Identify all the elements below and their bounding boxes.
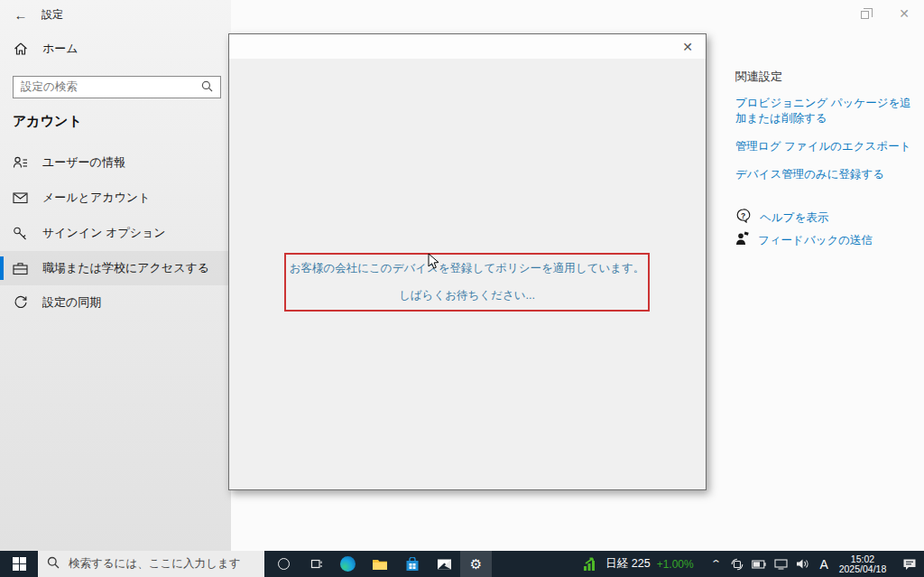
- ime-indicator[interactable]: A: [817, 557, 832, 572]
- task-view-button[interactable]: [300, 551, 332, 577]
- dialog-titlebar: ✕: [229, 34, 706, 59]
- system-tray: ⌃ A: [708, 551, 832, 577]
- enrollment-message-line2: しばらくお待ちください...: [399, 288, 535, 303]
- action-center-button[interactable]: [895, 551, 924, 577]
- user-info-icon: [13, 155, 28, 171]
- stock-change: +1.00%: [657, 558, 694, 571]
- enrollment-dialog: ✕ お客様の会社にこのデバイスを登録してポリシーを適用しています。 しばらくお待…: [228, 33, 707, 490]
- feedback-link[interactable]: フィードバックの送信: [735, 231, 873, 249]
- tray-chevron-up-icon[interactable]: ⌃: [705, 558, 726, 570]
- svg-text:?: ?: [741, 211, 745, 220]
- enrollment-message-box: お客様の会社にこのデバイスを登録してポリシーを適用しています。 しばらくお待ちく…: [284, 253, 650, 312]
- close-icon: ✕: [899, 6, 910, 21]
- news-widget[interactable]: 日経 225 +1.00%: [576, 551, 700, 577]
- sidebar-item-label: 職場または学校にアクセスする: [42, 260, 209, 276]
- link-export-management-log[interactable]: 管理ログ ファイルのエクスポート: [735, 139, 916, 154]
- start-button[interactable]: [0, 551, 38, 577]
- feedback-icon: [735, 231, 749, 249]
- dialog-close-button[interactable]: ✕: [670, 40, 706, 54]
- sidebar-item-label: サインイン オプション: [42, 225, 166, 241]
- date-label: 2025/04/18: [839, 564, 887, 574]
- screen: ← 設定 ホーム 設定の検索 アカウント: [0, 0, 924, 577]
- battery-icon[interactable]: [752, 560, 767, 569]
- sync-icon: [13, 295, 28, 311]
- time-label: 15:02: [851, 554, 874, 564]
- close-icon: ✕: [682, 40, 693, 54]
- briefcase-icon: [13, 261, 28, 276]
- file-explorer-icon: [372, 558, 388, 571]
- home-icon: [13, 42, 28, 57]
- sidebar-item-label: 設定の同期: [42, 294, 101, 311]
- sidebar-item-home[interactable]: ホーム: [13, 41, 79, 57]
- search-icon: [47, 556, 60, 572]
- mail-app-button[interactable]: [428, 551, 460, 577]
- task-view-icon: [310, 558, 323, 570]
- action-center-icon: [902, 558, 917, 571]
- taskbar-search-placeholder: 検索するには、ここに入力します: [69, 556, 240, 572]
- section-header-accounts: アカウント: [13, 113, 82, 130]
- link-enroll-device-management[interactable]: デバイス管理のみに登録する: [735, 167, 916, 182]
- settings-search-input[interactable]: 設定の検索: [13, 76, 221, 98]
- home-label: ホーム: [42, 41, 79, 57]
- window-controls: ✕: [845, 0, 924, 27]
- mouse-cursor: [428, 253, 439, 274]
- page-title: 設定: [42, 7, 63, 23]
- key-icon: [13, 226, 28, 241]
- help-link-label: ヘルプを表示: [760, 210, 828, 226]
- taskbar-search-input[interactable]: 検索するには、ここに入力します: [38, 551, 264, 577]
- cortana-button[interactable]: [268, 551, 300, 577]
- stock-chart-icon: [583, 557, 599, 572]
- file-explorer-button[interactable]: [364, 551, 396, 577]
- feedback-link-label: フィードバックの送信: [758, 233, 873, 248]
- search-placeholder: 設定の検索: [21, 79, 201, 95]
- store-icon: [405, 557, 420, 572]
- sidebar-item-label: メールとアカウント: [42, 190, 150, 206]
- volume-icon[interactable]: [795, 558, 810, 570]
- back-arrow-icon: ←: [14, 7, 28, 23]
- network-icon[interactable]: [773, 559, 789, 570]
- related-settings-header: 関連設定: [735, 69, 916, 85]
- help-icon: ?: [735, 209, 751, 227]
- titlebar: ← 設定: [0, 0, 231, 29]
- help-link[interactable]: ? ヘルプを表示: [735, 209, 828, 227]
- settings-gear-icon: ⚙: [470, 557, 482, 571]
- link-provisioning-packages[interactable]: プロビジョニング パッケージを追加または削除する: [735, 96, 916, 126]
- mail-app-icon: [437, 558, 452, 571]
- settings-sidebar: ← 設定 ホーム 設定の検索 アカウント: [0, 0, 231, 551]
- sidebar-item-signin-options[interactable]: サインイン オプション: [0, 216, 231, 250]
- search-icon: [201, 79, 213, 96]
- restore-icon: [861, 11, 869, 19]
- stock-name: 日経 225: [605, 556, 650, 572]
- related-settings: 関連設定 プロビジョニング パッケージを追加または削除する 管理ログ ファイルの…: [735, 69, 916, 195]
- tablet-rotation-icon[interactable]: [730, 558, 745, 571]
- store-button[interactable]: [396, 551, 429, 577]
- close-button[interactable]: ✕: [884, 0, 924, 27]
- sidebar-item-email-accounts[interactable]: メールとアカウント: [0, 181, 231, 215]
- restore-button[interactable]: [845, 0, 884, 27]
- sidebar-item-user-info[interactable]: ユーザーの情報: [0, 145, 231, 180]
- sidebar-item-sync-settings[interactable]: 設定の同期: [0, 285, 231, 320]
- edge-button[interactable]: [332, 551, 365, 577]
- enrollment-message-line1: お客様の会社にこのデバイスを登録してポリシーを適用しています。: [290, 261, 645, 276]
- taskbar: 検索するには、ここに入力します ⚙ 日経 225 +1.00%: [0, 551, 924, 577]
- windows-logo-icon: [13, 557, 26, 571]
- sidebar-item-access-work-school[interactable]: 職場または学校にアクセスする: [0, 251, 231, 285]
- cortana-icon: [278, 558, 290, 570]
- mail-icon: [13, 191, 28, 206]
- settings-app-button[interactable]: ⚙: [460, 551, 493, 577]
- edge-icon: [340, 556, 356, 572]
- taskbar-clock[interactable]: 15:02 2025/04/18: [839, 551, 887, 577]
- sidebar-item-label: ユーザーの情報: [42, 154, 125, 171]
- back-button[interactable]: ←: [0, 7, 42, 23]
